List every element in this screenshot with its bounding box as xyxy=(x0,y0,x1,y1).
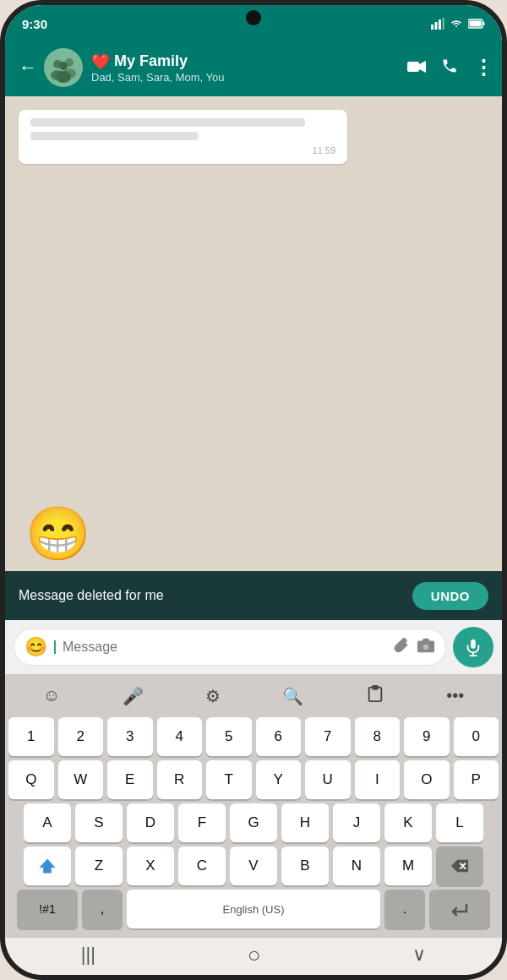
signal-icon xyxy=(431,18,444,30)
video-call-button[interactable] xyxy=(407,58,426,78)
avatar xyxy=(44,48,83,87)
group-info[interactable]: ❤️ My Family Dad, Sam, Sara, Mom, You xyxy=(91,52,407,84)
snackbar: Message deleted for me UNDO xyxy=(5,571,502,620)
backspace-key[interactable] xyxy=(436,847,483,885)
bubble-time: 11:59 xyxy=(30,145,335,155)
key-s[interactable]: S xyxy=(75,803,123,842)
key-4[interactable]: 4 xyxy=(157,717,203,756)
status-time: 9:30 xyxy=(22,17,47,31)
key-1[interactable]: 1 xyxy=(8,717,54,756)
group-members: Dad, Sam, Sara, Mom, You xyxy=(91,71,407,84)
floating-emoji: 😁 xyxy=(25,504,90,564)
key-z[interactable]: Z xyxy=(75,847,123,885)
bubble-line-1 xyxy=(30,118,305,127)
kb-mic-tool[interactable]: 🎤 xyxy=(116,684,150,708)
key-2[interactable]: 2 xyxy=(58,717,104,756)
svg-marker-15 xyxy=(419,61,426,73)
space-key[interactable]: English (US) xyxy=(127,890,380,928)
key-l[interactable]: L xyxy=(436,803,483,842)
zxcv-row: Z X C V B N M xyxy=(8,847,499,885)
message-input-box: 😊 xyxy=(14,629,446,666)
mic-icon xyxy=(464,638,482,656)
key-u[interactable]: U xyxy=(305,760,351,799)
back-button[interactable]: ← xyxy=(12,53,44,82)
key-b[interactable]: B xyxy=(281,847,329,885)
svg-rect-2 xyxy=(439,19,441,30)
app-bar: ← ❤️ My Family Dad, Sam, Sara, Mom, You xyxy=(5,39,502,96)
app-bar-actions: ⋮ xyxy=(407,56,493,79)
key-h[interactable]: H xyxy=(281,803,329,842)
kb-search-tool[interactable]: 🔍 xyxy=(275,684,310,708)
key-i[interactable]: I xyxy=(355,760,401,799)
key-c[interactable]: C xyxy=(178,847,226,885)
notch xyxy=(246,10,261,25)
key-3[interactable]: 3 xyxy=(107,717,153,756)
nav-menu-icon[interactable]: ||| xyxy=(81,944,95,966)
key-q[interactable]: Q xyxy=(8,760,54,799)
camera-button[interactable] xyxy=(417,637,435,658)
undo-button[interactable]: UNDO xyxy=(412,582,488,610)
key-7[interactable]: 7 xyxy=(305,717,351,756)
key-m[interactable]: M xyxy=(384,847,432,885)
comma-key[interactable]: , xyxy=(82,890,123,928)
nav-bar: ||| ○ ∨ xyxy=(5,938,502,975)
shift-key[interactable] xyxy=(24,847,71,885)
key-j[interactable]: J xyxy=(333,803,380,842)
key-8[interactable]: 8 xyxy=(355,717,401,756)
key-o[interactable]: O xyxy=(404,760,450,799)
chat-bubble: 11:59 xyxy=(19,110,347,164)
svg-point-13 xyxy=(56,71,71,83)
key-n[interactable]: N xyxy=(333,847,380,885)
phone-frame: 9:30 ← xyxy=(0,0,507,980)
snackbar-text: Message deleted for me xyxy=(19,588,164,603)
group-name: ❤️ My Family xyxy=(91,52,407,71)
svg-point-16 xyxy=(423,644,428,649)
key-d[interactable]: D xyxy=(127,803,174,842)
kb-settings-tool[interactable]: ⚙ xyxy=(199,684,227,708)
key-k[interactable]: K xyxy=(384,803,432,842)
kb-clipboard-tool[interactable] xyxy=(359,683,391,709)
bottom-row: !#1 , English (US) . xyxy=(8,890,499,928)
kb-more-tool[interactable]: ••• xyxy=(439,684,471,707)
nav-home-icon[interactable]: ○ xyxy=(248,942,261,968)
emoji-button[interactable]: 😊 xyxy=(25,636,47,658)
keyboard-toolbar: ☺ 🎤 ⚙ 🔍 ••• xyxy=(8,678,499,714)
key-e[interactable]: E xyxy=(107,760,153,799)
key-0[interactable]: 0 xyxy=(454,717,499,756)
input-area: 😊 xyxy=(5,620,502,674)
enter-key[interactable] xyxy=(429,890,490,928)
heart-emoji: ❤️ xyxy=(91,52,110,71)
key-r[interactable]: R xyxy=(157,760,203,799)
bubble-line-2 xyxy=(30,132,199,140)
key-v[interactable]: V xyxy=(230,847,277,885)
menu-button[interactable]: ⋮ xyxy=(473,56,493,79)
number-row: 1 2 3 4 5 6 7 8 9 0 xyxy=(8,717,499,756)
nav-back-icon[interactable]: ∨ xyxy=(412,944,426,966)
mic-button[interactable] xyxy=(453,627,493,667)
chat-area: 11:59 😁 xyxy=(5,96,502,571)
message-input[interactable] xyxy=(63,640,386,655)
key-w[interactable]: W xyxy=(58,760,104,799)
key-p[interactable]: P xyxy=(454,760,499,799)
svg-rect-1 xyxy=(435,22,438,30)
symbols-key[interactable]: !#1 xyxy=(17,890,78,928)
period-key[interactable]: . xyxy=(384,890,425,928)
svg-rect-5 xyxy=(470,21,482,27)
battery-icon xyxy=(468,19,485,29)
svg-rect-6 xyxy=(483,22,485,25)
group-name-text: My Family xyxy=(114,52,188,70)
key-x[interactable]: X xyxy=(127,847,174,885)
kb-emoji-tool[interactable]: ☺ xyxy=(36,684,67,707)
key-f[interactable]: F xyxy=(178,803,226,842)
call-button[interactable] xyxy=(441,57,458,79)
avatar-image xyxy=(44,48,83,87)
key-6[interactable]: 6 xyxy=(256,717,302,756)
key-9[interactable]: 9 xyxy=(404,717,450,756)
key-t[interactable]: T xyxy=(206,760,252,799)
key-5[interactable]: 5 xyxy=(206,717,252,756)
key-g[interactable]: G xyxy=(230,803,277,842)
key-y[interactable]: Y xyxy=(256,760,302,799)
attachment-button[interactable] xyxy=(393,637,410,658)
key-a[interactable]: A xyxy=(24,803,71,842)
text-cursor xyxy=(54,640,56,654)
